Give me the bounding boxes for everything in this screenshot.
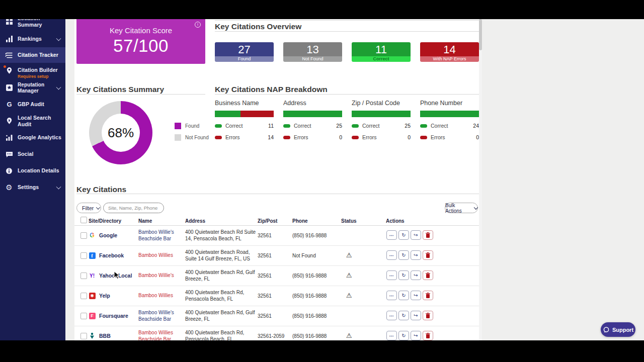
app-viewport: Location Summary Rankings Citation Track… [0,19,644,340]
sidebar-item-settings[interactable]: ⚙ Settings [0,179,65,196]
row-checkbox[interactable] [80,273,87,279]
citation-name[interactable]: Bamboo Willies [138,252,183,259]
donut-center-value: 68% [108,125,134,141]
stat-correct[interactable]: 11 Correct [352,42,411,62]
delete-button[interactable] [423,270,433,280]
delete-button[interactable] [423,291,433,300]
sidebar-item-citation-tracker[interactable]: Citation Tracker [0,47,65,63]
delete-button[interactable] [423,250,433,260]
sidebar-item-google-analytics[interactable]: Google Analytics [0,129,65,146]
share-button[interactable]: ↪ [411,311,421,320]
requires-setup-label: Requires setup [18,74,48,79]
select-all-checkbox[interactable] [80,217,87,223]
stat-value: 13 [283,42,342,56]
site-link[interactable]: GGoogle [89,225,117,245]
facebook-icon: f [89,252,96,259]
citation-phone: Not Found [292,253,316,258]
divider [76,94,205,95]
delete-button[interactable] [423,311,433,320]
citation-name[interactable]: Bamboo Willies [138,293,183,299]
sidebar-item-reputation-manager[interactable]: Reputation Manager [0,79,65,96]
sidebar-item-local-search-audit[interactable]: Local Search Audit [0,113,65,129]
nap-errors-row: Errors 14 [215,134,274,140]
correct-pill-icon [420,124,427,128]
yelp-icon: ✱ [89,292,96,299]
correct-pill-icon [352,124,359,128]
scrollbar-thumb[interactable] [479,19,482,50]
nap-correct-value: 24 [473,123,479,129]
stat-found[interactable]: 27 Found [215,42,274,62]
sidebar-item-social[interactable]: Social [0,146,65,162]
nap-errors-value: 0 [408,134,411,140]
site-link[interactable]: fFacebook [89,245,124,265]
info-icon[interactable]: i [195,22,201,28]
nap-column-address: Address Correct 25 Errors 0 [283,100,342,140]
more-actions-button[interactable]: ⋯ [386,230,397,240]
citation-name[interactable]: Bamboo Willies Beachside Bar [138,330,183,341]
citation-address: 400 Quietwater Beach Road, Suite 14 Gulf… [185,249,257,262]
recheck-button[interactable]: ↻ [398,250,409,260]
delete-button[interactable] [423,230,433,240]
citation-phone: (850) 916-9888 [292,313,327,319]
recheck-button[interactable]: ↻ [398,230,409,240]
citation-tracker-icon [5,51,13,59]
nap-column-phone: Phone Number Correct 24 Errors 0 [420,100,479,140]
more-actions-button[interactable]: ⋯ [386,291,397,300]
citation-name[interactable]: Bamboo Willie's [138,273,183,279]
sidebar-item-location-summary[interactable]: Location Summary [0,19,65,30]
recheck-button[interactable]: ↻ [398,270,409,280]
citation-zip: 32561 [258,293,272,299]
table-row: BBB Bamboo Willies Beachside Bar 400 Qui… [74,326,480,340]
stat-nap-errors[interactable]: 14 With NAP Errors [420,42,479,62]
nap-correct-value: 25 [405,123,411,129]
more-actions-button[interactable]: ⋯ [386,250,397,260]
more-actions-button[interactable]: ⋯ [386,331,397,340]
site-link[interactable]: FFoursquare [89,306,128,326]
error-pill-icon [420,136,427,139]
row-checkbox[interactable] [80,232,87,239]
row-checkbox[interactable] [80,293,87,299]
sidebar-item-location-details[interactable]: Location Details [0,162,65,179]
nap-bar-chart [420,111,479,117]
scrollbar[interactable] [479,19,482,340]
share-button[interactable]: ↪ [411,291,421,300]
row-actions: ⋯ ↻ ↪ [386,270,435,280]
site-link[interactable]: Y!Yahoo! Local [89,265,132,286]
row-checkbox[interactable] [80,313,87,319]
support-button[interactable]: Support [601,322,635,337]
search-input[interactable] [104,203,164,213]
more-actions-button[interactable]: ⋯ [386,311,397,320]
site-link[interactable]: ✱Yelp [89,286,110,306]
share-button[interactable]: ↪ [411,230,421,240]
citation-zip: 32561 [258,273,272,279]
nap-column-business-name: Business Name Correct 11 Errors 14 [215,100,274,140]
chevron-down-icon [474,205,478,209]
share-button[interactable]: ↪ [411,250,421,260]
stat-label: Found [215,56,274,62]
divider [215,20,480,21]
citation-name[interactable]: Bamboo Willie's Beachside Bar [138,310,183,322]
row-checkbox[interactable] [80,252,87,259]
more-actions-button[interactable]: ⋯ [386,270,397,280]
recheck-button[interactable]: ↻ [398,291,409,300]
filter-button[interactable]: Filter [76,203,101,213]
stat-not-found[interactable]: 13 Not Found [283,42,342,62]
citation-name[interactable]: Bamboo Willie's Beachside Bar [138,229,183,242]
delete-button[interactable] [423,331,433,340]
chevron-down-icon [56,184,61,189]
share-button[interactable]: ↪ [411,270,421,280]
citation-zip: 32561 [258,253,272,258]
share-button[interactable]: ↪ [411,331,421,340]
foursquare-icon: F [89,312,96,319]
recheck-button[interactable]: ↻ [398,331,409,340]
row-checkbox[interactable] [80,333,87,339]
citation-phone: (850) 916-9888 [292,293,327,299]
bulk-actions-button[interactable]: Bulk Actions [445,203,478,213]
sidebar-item-rankings[interactable]: Rankings [0,31,65,47]
sidebar-item-gbp-audit[interactable]: G GBP Audit [0,96,65,113]
recheck-button[interactable]: ↻ [398,311,409,320]
site-link[interactable]: BBB [89,326,111,340]
table-row: ✱Yelp Bamboo Willies 400 Quietwater Beac… [74,286,480,306]
score-card-title: Key Citation Score [76,26,205,35]
error-pill-icon [283,136,290,139]
